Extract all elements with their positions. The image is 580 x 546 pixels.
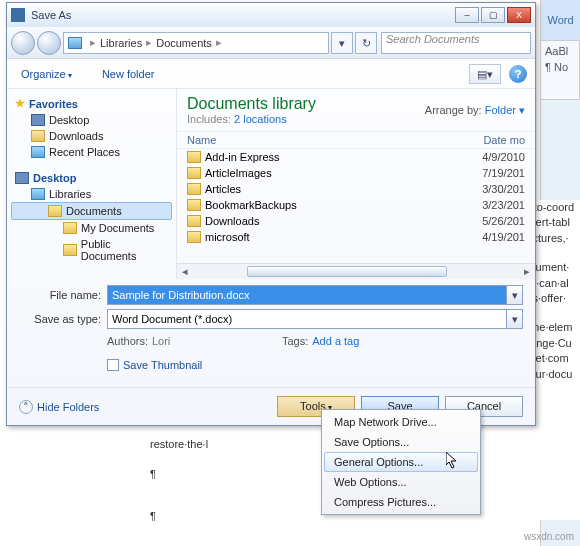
list-item[interactable]: ArticleImages7/19/201 [177, 165, 535, 181]
list-item[interactable]: BookmarkBackups3/23/201 [177, 197, 535, 213]
libraries-icon [31, 188, 45, 200]
background-ribbon: AaBl ¶ No [540, 40, 580, 100]
file-rows[interactable]: Add-in Express4/9/2010 ArticleImages7/19… [177, 149, 535, 263]
list-item[interactable]: Articles3/30/201 [177, 181, 535, 197]
view-options-button[interactable]: ▤▾ [469, 64, 501, 84]
folder-icon [63, 244, 77, 256]
scroll-thumb[interactable] [247, 266, 447, 277]
back-button[interactable] [11, 31, 35, 55]
arrange-label: Arrange by: [425, 104, 482, 116]
arrange-dropdown[interactable]: Folder ▾ [485, 104, 525, 116]
save-as-dialog: Save As – ▢ X ▸ Libraries ▸ Documents ▸ … [6, 2, 536, 426]
ribbon-style-label: ¶ No [545, 61, 575, 73]
word-doc-icon [11, 8, 25, 22]
crumb-libraries[interactable]: Libraries [100, 37, 142, 49]
tree-desktop[interactable]: Desktop [11, 112, 172, 128]
tree-documents[interactable]: Documents [11, 202, 172, 220]
folder-icon [187, 231, 201, 243]
tools-dropdown-menu: Map Network Drive... Save Options... Gen… [321, 409, 481, 515]
menu-general-options[interactable]: General Options... [324, 452, 478, 472]
star-icon: ★ [15, 97, 25, 110]
tree-my-documents[interactable]: My Documents [11, 220, 172, 236]
scroll-left-arrow[interactable]: ◂ [177, 264, 193, 280]
search-input[interactable]: Search Documents [381, 32, 531, 54]
save-thumbnail-checkbox[interactable]: Save Thumbnail [107, 359, 523, 371]
scroll-right-arrow[interactable]: ▸ [519, 264, 535, 280]
library-icon [68, 37, 82, 49]
new-folder-button[interactable]: New folder [96, 64, 161, 84]
chevron-up-icon: ˄ [19, 400, 33, 414]
minimize-button[interactable]: – [455, 7, 479, 23]
list-item[interactable]: Add-in Express4/9/2010 [177, 149, 535, 165]
folder-icon [187, 199, 201, 211]
toolbar: Organize New folder ▤▾ ? [7, 59, 535, 89]
chevron-right-icon[interactable]: ▸ [146, 36, 152, 49]
folder-icon [31, 130, 45, 142]
chevron-right-icon[interactable]: ▸ [90, 36, 96, 49]
desktop-header[interactable]: Desktop [11, 170, 172, 186]
help-button[interactable]: ? [509, 65, 527, 83]
organize-menu[interactable]: Organize [15, 64, 78, 84]
breadcrumb-dropdown[interactable]: ▾ [331, 32, 353, 54]
folder-icon [187, 183, 201, 195]
breadcrumb[interactable]: ▸ Libraries ▸ Documents ▸ [63, 32, 329, 54]
includes-label: Includes: [187, 113, 231, 125]
nav-tree[interactable]: ★Favorites Desktop Downloads Recent Plac… [7, 89, 177, 279]
tree-recent[interactable]: Recent Places [11, 144, 172, 160]
filename-input[interactable]: Sample for Distribution.docx [107, 285, 507, 305]
folder-icon [63, 222, 77, 234]
authors-value[interactable]: Lori [152, 335, 282, 347]
recent-icon [31, 146, 45, 158]
library-title: Documents library [187, 95, 425, 113]
refresh-button[interactable]: ↻ [355, 32, 377, 54]
menu-map-network-drive[interactable]: Map Network Drive... [324, 412, 478, 432]
tree-downloads[interactable]: Downloads [11, 128, 172, 144]
doc-pilcrow: ¶ [150, 510, 156, 522]
dialog-title: Save As [31, 9, 453, 21]
list-item[interactable]: Downloads5/26/201 [177, 213, 535, 229]
close-button[interactable]: X [507, 7, 531, 23]
favorites-header[interactable]: ★Favorites [11, 95, 172, 112]
folder-icon [187, 151, 201, 163]
maximize-button[interactable]: ▢ [481, 7, 505, 23]
column-date[interactable]: Date mo [483, 134, 525, 146]
folder-icon [187, 215, 201, 227]
tree-public-documents[interactable]: Public Documents [11, 236, 172, 264]
menu-compress-pictures[interactable]: Compress Pictures... [324, 492, 478, 512]
desktop-icon [15, 172, 29, 184]
desktop-icon [31, 114, 45, 126]
tags-label: Tags: [282, 335, 308, 347]
horizontal-scrollbar[interactable]: ◂ ▸ [177, 263, 535, 279]
menu-save-options[interactable]: Save Options... [324, 432, 478, 452]
file-list-panel: Documents library Includes: 2 locations … [177, 89, 535, 279]
doc-pilcrow: ¶ [150, 468, 156, 480]
tree-libraries[interactable]: Libraries [11, 186, 172, 202]
authors-label: Authors: [107, 335, 148, 347]
filename-label: File name: [19, 289, 101, 301]
menu-web-options[interactable]: Web Options... [324, 472, 478, 492]
crumb-documents[interactable]: Documents [156, 37, 212, 49]
folder-icon [48, 205, 62, 217]
filename-dropdown[interactable]: ▾ [507, 285, 523, 305]
ribbon-style-sample: AaBl [545, 45, 575, 57]
savetype-dropdown[interactable]: ▾ [507, 309, 523, 329]
hide-folders-button[interactable]: ˄Hide Folders [19, 400, 99, 414]
word-title: Word [541, 0, 580, 40]
nav-bar: ▸ Libraries ▸ Documents ▸ ▾ ↻ Search Doc… [7, 27, 535, 59]
column-name[interactable]: Name [187, 134, 483, 146]
doc-text-line: restore·the·l [150, 438, 208, 450]
chevron-right-icon[interactable]: ▸ [216, 36, 222, 49]
watermark: wsxdn.com [524, 531, 574, 542]
titlebar[interactable]: Save As – ▢ X [7, 3, 535, 27]
savetype-select[interactable]: Word Document (*.docx) [107, 309, 507, 329]
save-form: File name: Sample for Distribution.docx … [7, 279, 535, 387]
forward-button[interactable] [37, 31, 61, 55]
list-item[interactable]: microsoft4/19/201 [177, 229, 535, 245]
checkbox-icon[interactable] [107, 359, 119, 371]
savetype-label: Save as type: [19, 313, 101, 325]
tags-add-link[interactable]: Add a tag [312, 335, 359, 347]
folder-icon [187, 167, 201, 179]
locations-link[interactable]: 2 locations [234, 113, 287, 125]
